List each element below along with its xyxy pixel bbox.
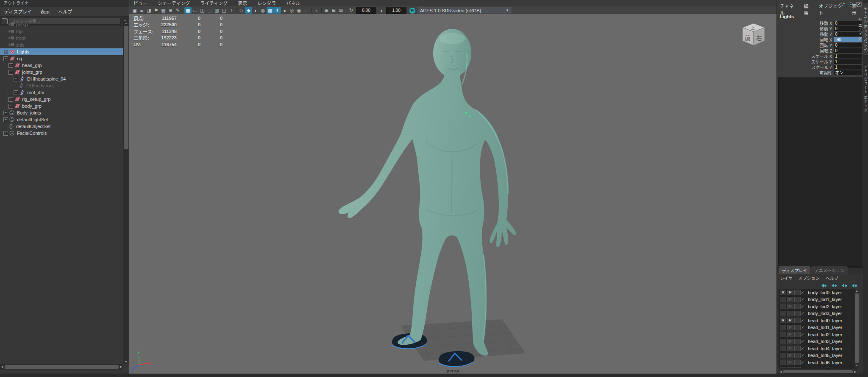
channel-value-field[interactable]: 1 — [834, 59, 862, 64]
field-chart-icon[interactable]: ▥ — [213, 7, 220, 14]
textured-icon[interactable]: ▩ — [267, 7, 274, 14]
outliner-item-head-grp[interactable]: +head_grp — [0, 62, 123, 69]
outliner-item-top[interactable]: top — [0, 28, 123, 35]
layer-row-head-lod1-layer[interactable]: P∕head_lod1_layer — [779, 324, 858, 332]
layer-row-head-lod4-layer[interactable]: P∕head_lod4_layer — [779, 345, 858, 352]
layer-visibility-toggle[interactable] — [780, 332, 786, 337]
layer-visibility-toggle[interactable] — [780, 346, 786, 351]
outliner-item-side[interactable]: side — [0, 42, 123, 48]
layer-menu-[interactable]: オプション — [798, 275, 820, 281]
layer-playback-toggle[interactable]: P — [787, 332, 793, 337]
outliner-menu-[interactable]: ヘルプ — [58, 8, 72, 15]
layer-row-body-lod3-layer[interactable]: ∕body_lod3_layer — [779, 310, 858, 318]
layer-color-box[interactable] — [794, 290, 801, 295]
snapshot-copy-icon[interactable]: ⊞ — [323, 7, 330, 14]
layer-visibility-toggle[interactable]: V — [780, 290, 786, 295]
scroll-up-icon[interactable]: ▲ — [854, 289, 859, 293]
view-transform-icon[interactable]: SN — [409, 8, 415, 14]
layer-row-head-lod6-layer[interactable]: P∕head_lod6_layer — [779, 359, 858, 366]
scroll-right-icon[interactable]: ▶ — [119, 364, 123, 370]
layer-playback-toggle[interactable]: P — [787, 290, 793, 295]
layer-playback-toggle[interactable]: P — [787, 304, 793, 309]
scroll-up-icon[interactable]: ▲ — [123, 21, 129, 25]
pan-zoom-icon[interactable]: ⊕ — [167, 7, 174, 14]
grease-pencil-icon[interactable]: ✎ — [174, 7, 181, 14]
outliner-item-persp[interactable]: persp — [0, 21, 123, 28]
layer-playback-toggle[interactable]: P — [787, 346, 793, 351]
layer-color-box[interactable] — [794, 332, 801, 337]
wireframe-icon[interactable]: ◇ — [238, 7, 245, 14]
layer-playback-toggle[interactable]: P — [787, 367, 793, 369]
layer-row-head-lod2-layer[interactable]: P∕head_lod2_layer — [779, 331, 858, 338]
camera-attributes-icon[interactable]: ◨ — [145, 7, 153, 14]
outliner-item-front[interactable]: front — [0, 35, 123, 42]
expander-icon[interactable]: + — [8, 63, 13, 68]
dock-tab-[interactable]: チャネル ボックス/レイヤ エディタ — [863, 3, 868, 55]
outliner-item-body-grp[interactable]: +body_grp — [0, 103, 123, 109]
image-plane-icon[interactable]: ▤ — [160, 7, 167, 14]
viewport-menu-[interactable]: ライティング — [200, 0, 228, 6]
layer-color-box[interactable] — [794, 367, 801, 369]
layer-visibility-toggle[interactable] — [780, 367, 786, 369]
snapshot-paste-icon[interactable]: ⊞ — [330, 7, 337, 14]
view-cube[interactable]: 上 前 右 — [743, 23, 765, 45]
move-up-layer-icon[interactable] — [820, 282, 827, 288]
layer-color-box[interactable] — [794, 346, 801, 351]
gamma-field[interactable] — [386, 7, 406, 14]
layer-playback-toggle[interactable]: P — [787, 339, 793, 344]
channel-box-menu-[interactable]: 表示 — [852, 3, 861, 16]
layer-color-box[interactable] — [794, 339, 801, 344]
outliner-item-dhihead-spine-04[interactable]: +DHIhead:spine_04 — [0, 75, 123, 82]
contrast-icon[interactable]: ◑ — [378, 7, 385, 14]
layer-playback-toggle[interactable]: P — [787, 353, 793, 358]
channel-value-field[interactable]: 1 — [834, 54, 862, 59]
layer-visibility-toggle[interactable]: V — [780, 318, 786, 323]
outliner-item-rig-setup-grp[interactable]: +rig_setup_grp — [0, 96, 123, 103]
colorspace-dropdown[interactable]: ACES 1.0 SDR-video (sRGB)▼ — [417, 7, 512, 14]
channel-value-field[interactable]: 0 — [834, 48, 862, 53]
layer-visibility-toggle[interactable] — [780, 360, 786, 365]
outliner-item-joints-grp[interactable]: −joints_grp — [0, 69, 123, 75]
exposure-icon[interactable]: ↻ — [348, 7, 355, 14]
flat-shade-icon[interactable]: ◐ — [252, 7, 259, 14]
scroll-down-icon[interactable]: ▼ — [854, 363, 859, 368]
layer-row-head-lod7-layer[interactable]: P∕head_lod7_layer — [779, 366, 858, 369]
layer-row-head-lod0-layer[interactable]: VP∕head_lod0_layer — [779, 317, 858, 324]
layer-menu-[interactable]: レイヤ — [780, 275, 793, 281]
create-layer-from-selected-icon[interactable] — [851, 282, 857, 288]
layer-visibility-toggle[interactable] — [780, 297, 786, 302]
outliner-item-facialcontrols[interactable]: +FacialControls — [0, 130, 123, 137]
resolution-gate-icon[interactable]: ◫ — [199, 7, 206, 14]
dock-tab-[interactable]: アトリビュート エディタ — [863, 55, 868, 122]
viewport-menu-[interactable]: パネル — [286, 0, 300, 6]
lock-camera-icon[interactable]: ◙ — [138, 7, 145, 14]
outliner-menu-[interactable]: ディスプレイ — [4, 8, 32, 15]
layer-visibility-toggle[interactable] — [780, 304, 786, 309]
layer-playback-toggle[interactable]: P — [787, 318, 793, 323]
layer-menu-[interactable]: ヘルプ — [826, 275, 838, 281]
layer-row-body-lod2-layer[interactable]: P∕body_lod2_layer — [779, 303, 858, 310]
outliner-item-rig[interactable]: −rig — [0, 55, 123, 62]
expander-icon[interactable]: + — [14, 77, 18, 81]
layer-vscrollbar[interactable]: ▲ ▼ — [854, 289, 859, 368]
outliner-item-lights[interactable]: +Lights — [0, 48, 123, 55]
layer-color-box[interactable] — [794, 360, 801, 365]
layer-playback-toggle[interactable]: P — [787, 325, 793, 330]
viewport-menu-[interactable]: シェーディング — [158, 0, 190, 6]
layer-row-head-lod5-layer[interactable]: P∕head_lod5_layer — [779, 352, 858, 360]
layer-color-box[interactable] — [794, 318, 801, 323]
layer-visibility-toggle[interactable] — [780, 339, 786, 344]
channel-value-field[interactable]: オン — [834, 70, 862, 75]
layer-color-box[interactable] — [794, 304, 801, 309]
viewport-menu-[interactable]: 表示 — [238, 0, 247, 6]
expander-icon[interactable]: + — [3, 131, 8, 136]
layer-color-box[interactable] — [794, 353, 801, 358]
layer-playback-toggle[interactable]: P — [787, 297, 793, 302]
scroll-down-icon[interactable]: ▼ — [123, 360, 129, 364]
bookmark-icon[interactable]: ⚑ — [153, 7, 160, 14]
smooth-shade-icon[interactable]: ◆ — [245, 7, 252, 14]
create-empty-layer-icon[interactable] — [840, 282, 847, 288]
expander-icon[interactable]: − — [3, 56, 8, 61]
anti-alias-icon[interactable]: ◉ — [295, 7, 303, 14]
layer-color-box[interactable] — [794, 297, 801, 302]
